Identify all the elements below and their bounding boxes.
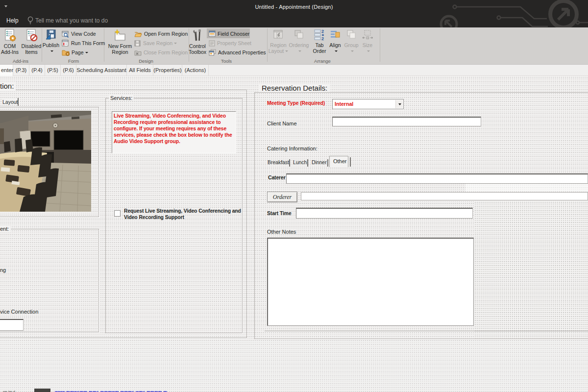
layout-tab[interactable]: Layout xyxy=(1,99,19,105)
field-chooser-icon xyxy=(209,30,216,37)
group-label-form: Form xyxy=(58,58,89,64)
meeting-type-dropdown[interactable]: Internal xyxy=(332,99,404,109)
page-button[interactable]: Page xyxy=(62,48,88,57)
catering-tab-lunch[interactable]: Lunch xyxy=(293,160,307,165)
lightbulb-icon xyxy=(27,16,34,24)
ribbon: COM Add-Ins Disabled Items Add-ins Pu xyxy=(0,27,588,65)
other-notes-textarea[interactable] xyxy=(267,238,474,326)
page-tab-actions[interactable]: (Actions) xyxy=(182,65,209,76)
region-layout-icon xyxy=(273,29,284,41)
conference-room-photo xyxy=(0,111,91,212)
disabled-items-icon xyxy=(25,29,38,42)
com-add-ins-button[interactable]: COM Add-Ins xyxy=(0,28,21,56)
caterer-field[interactable] xyxy=(286,173,588,184)
footer-link-fragment[interactable]: www.mmwsmm.mms.mmmwm.mmms.wms.mmmm.ms.mm… xyxy=(55,390,168,392)
label-fragment-device-connection: vice Connection xyxy=(0,309,38,315)
property-sheet-icon xyxy=(209,40,215,47)
property-sheet-button[interactable]: Property Sheet xyxy=(209,39,251,48)
faded-bottom-region xyxy=(0,341,588,392)
control-toolbox-icon xyxy=(192,29,203,42)
page-tab-properties[interactable]: (Properties) xyxy=(153,65,182,76)
form-page-tabs: enter (P.3) (P.4) (P.5) (P.6) Scheduling… xyxy=(0,65,588,76)
disabled-items-button[interactable]: Disabled Items xyxy=(21,28,42,56)
group-label-arrange: Arrange xyxy=(307,58,338,64)
new-form-region-icon xyxy=(114,29,126,42)
footer-text-fragment: rm im d xyxy=(3,390,15,392)
ordering-icon xyxy=(294,29,304,41)
caterer-label: Caterer xyxy=(268,175,286,180)
services-notice-text: Live Streaming, Video Conferencing, and … xyxy=(114,113,235,145)
equipment-header: ent: xyxy=(0,226,11,232)
client-name-field[interactable] xyxy=(332,117,481,126)
svg-text:2: 2 xyxy=(321,29,324,34)
meeting-type-label: Meeting Type (Required) xyxy=(267,100,325,106)
open-form-region-icon xyxy=(134,31,142,37)
other-notes-label: Other Notes xyxy=(267,229,296,235)
av-support-checkbox-label: Request Live Streaming, Video Conferenci… xyxy=(124,208,243,220)
left-section-header: tion: xyxy=(0,82,16,90)
group-icon xyxy=(345,29,357,41)
meeting-type-value: Internal xyxy=(335,101,353,107)
label-fragment-ng: ng xyxy=(0,267,6,273)
page-tab-p5[interactable]: (P.5) xyxy=(45,65,61,76)
dropdown-arrow-icon xyxy=(398,103,401,105)
size-icon xyxy=(362,29,373,41)
page-tab-p6[interactable]: (P.6) xyxy=(61,65,76,76)
tellme-box[interactable]: Tell me what you want to do xyxy=(35,17,108,24)
publish-icon xyxy=(45,29,57,41)
catering-tab-dinner[interactable]: Dinner xyxy=(312,160,327,165)
run-this-form-button[interactable]: Run This Form xyxy=(62,39,105,48)
group-label-design: Design xyxy=(130,58,162,64)
reservation-details-header: Reservation Details: xyxy=(259,84,330,92)
footer-thumbnail xyxy=(34,389,50,392)
run-this-form-icon xyxy=(62,40,69,47)
save-region-icon xyxy=(134,40,141,47)
tab-help[interactable]: Help xyxy=(6,17,19,24)
start-time-field[interactable] xyxy=(296,208,473,219)
ordering-button[interactable]: Ordering xyxy=(288,28,310,56)
device-connection-field[interactable] xyxy=(0,319,24,331)
client-name-label: Client Name xyxy=(267,121,297,126)
page-tab-scheduling-assistant[interactable]: Scheduling Assistant xyxy=(76,65,127,76)
view-code-icon xyxy=(62,30,69,38)
start-time-label: Start Time xyxy=(267,211,292,216)
advanced-properties-icon xyxy=(209,49,216,56)
control-toolbox-button[interactable]: Control Toolbox xyxy=(187,28,208,56)
page-tab-p4[interactable]: (P.4) xyxy=(29,65,45,76)
form-design-surface: tion: Layout xyxy=(0,76,588,392)
new-form-region-button[interactable]: New Form Region xyxy=(106,28,134,56)
page-tab-p3[interactable]: (P.3) xyxy=(13,65,29,76)
field-chooser-button[interactable]: Field Chooser xyxy=(209,29,249,38)
save-region-button[interactable]: Save Region xyxy=(134,39,177,48)
page-tab-active[interactable]: enter xyxy=(0,65,13,76)
circuit-decoration xyxy=(426,0,588,27)
advanced-properties-button[interactable]: Advanced Properties xyxy=(209,48,266,57)
view-code-button[interactable]: View Code xyxy=(62,29,96,38)
group-label-addins: Add-ins xyxy=(5,58,36,64)
open-form-region-button[interactable]: Open Form Region xyxy=(134,29,188,38)
page-icon xyxy=(62,49,70,56)
page-tab-all-fields[interactable]: All Fields xyxy=(127,65,153,76)
catering-header: Catering Information: xyxy=(267,146,318,151)
close-form-region-icon xyxy=(134,49,142,56)
catering-tab-breakfast[interactable]: Breakfast xyxy=(268,160,289,165)
close-form-region-button[interactable]: Close Form Region xyxy=(134,48,188,57)
orderer-button[interactable]: Orderer xyxy=(267,192,297,202)
align-icon xyxy=(330,29,341,41)
publish-button[interactable]: Publish xyxy=(40,28,62,56)
services-legend: Services: xyxy=(109,95,134,101)
av-support-checkbox[interactable] xyxy=(114,210,121,217)
com-add-ins-icon xyxy=(3,29,16,42)
catering-tab-other[interactable]: Other xyxy=(329,156,348,167)
equipment-groupbox xyxy=(0,229,99,332)
size-button[interactable]: Size xyxy=(357,28,378,56)
tab-order-icon: 2 2 xyxy=(314,29,325,41)
region-layout-button[interactable]: Region Layout xyxy=(268,28,289,56)
group-label-tools: Tools xyxy=(211,58,242,64)
svg-text:2: 2 xyxy=(321,36,324,41)
orderer-field[interactable] xyxy=(301,192,588,200)
